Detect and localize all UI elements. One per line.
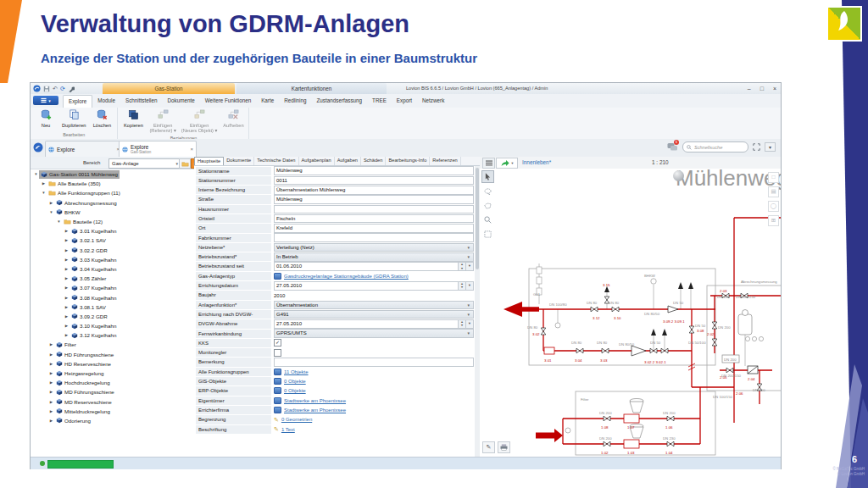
tree-item-3.10-kugelhahn[interactable]: ▶3.10 Kugelhahn — [31, 321, 194, 330]
panel-tab-explore-gas-station[interactable]: ExploreGas-Station × — [119, 141, 197, 157]
tree-item-md-reserveschiene[interactable]: ▶MD Reserveschiene — [31, 397, 194, 407]
expander-icon[interactable]: ▼ — [33, 172, 39, 176]
object-link[interactable]: 0 Objekte — [284, 379, 306, 384]
context-tab-kartenfunktionen[interactable]: Kartenfunktionen — [236, 83, 387, 94]
tree-item-gas-station-0011-mühlenweg[interactable]: ▼Gas-Station 0011 Mühlenweg — [31, 169, 194, 179]
date-input[interactable]: 27.05.2010 — [274, 319, 459, 329]
tree-item-hd-führungsschiene[interactable]: ▶HD Führungsschiene — [31, 350, 194, 359]
close-button[interactable]: × — [773, 86, 776, 92]
object-link[interactable]: Stadtwerke am Phoenixsee — [284, 398, 346, 403]
tree-item-filter[interactable]: ▶Filter — [31, 340, 194, 349]
expander-icon[interactable]: ▶ — [64, 286, 70, 290]
expander-icon[interactable]: ▶ — [64, 276, 70, 280]
text-input[interactable] — [274, 358, 474, 367]
löschen-button[interactable]: Löschen — [89, 108, 114, 129]
wrench-icon[interactable] — [68, 86, 75, 92]
ribbon-tab-export[interactable]: Export — [392, 95, 417, 108]
tree-item-abrechnungsmessung[interactable]: ▶Abrechnungsmessung — [31, 198, 194, 208]
form-tab-technische-daten[interactable]: Technische Daten — [254, 157, 298, 165]
form-tab-schäden[interactable]: Schäden — [361, 157, 386, 165]
expander-icon[interactable]: ▼ — [41, 191, 47, 195]
form-tab-aufgabenplan[interactable]: Aufgabenplan — [299, 157, 335, 165]
view-name-label[interactable]: Innenleben* — [522, 159, 551, 165]
edit-pencil-icon[interactable]: ✎ — [482, 441, 495, 453]
map-menu-button[interactable] — [482, 158, 495, 169]
select-input[interactable]: In Betrieb▾ — [274, 252, 474, 262]
tree-item-alle-funktionsgruppen-11-[interactable]: ▼Alle Funktionsgruppen (11) — [31, 188, 194, 197]
view-select-button[interactable]: ▾ — [496, 158, 518, 169]
frame-tool-icon[interactable]: □ — [768, 172, 779, 183]
text-input[interactable]: 0011 — [274, 176, 474, 186]
expander-icon[interactable]: ▶ — [48, 409, 54, 413]
neu-button[interactable]: Neu — [33, 108, 58, 129]
notifications-icon[interactable]: 1 — [667, 142, 678, 152]
application-menu-button[interactable]: ▾ — [33, 96, 58, 105]
zoom-extent-tool[interactable] — [481, 228, 494, 241]
checkbox[interactable] — [274, 349, 281, 357]
expander-icon[interactable]: ▶ — [48, 362, 54, 366]
sphere-icon[interactable] — [673, 170, 684, 181]
expander-icon[interactable]: ▶ — [64, 333, 70, 337]
tree-item-3.08-kugelhahn[interactable]: ▶3.08 Kugelhahn — [31, 292, 194, 302]
date-dropdown[interactable]: ▾ — [466, 281, 474, 291]
tree-item-3.05-zähler[interactable]: ▶3.05 Zähler — [31, 274, 194, 283]
select-cursor-tool[interactable] — [481, 170, 494, 183]
object-link[interactable]: Gasdruckregelanlage Stationsgebäude (GDR… — [284, 274, 409, 279]
date-dropdown[interactable]: ▾ — [466, 319, 474, 329]
maximize-button[interactable]: □ — [760, 86, 764, 92]
expander-icon[interactable]: ▶ — [48, 400, 54, 404]
form-tab-dokumente[interactable]: Dokumente — [224, 157, 254, 165]
form-tab-bearbeitungs-info[interactable]: Bearbeitungs-Info — [386, 157, 430, 165]
layout-dropdown-button[interactable]: ▾ — [765, 142, 776, 152]
tree-item-3.08.1-sav[interactable]: ▶3.08.1 SAV — [31, 302, 194, 312]
fullscreen-icon[interactable] — [753, 143, 760, 151]
refresh-icon[interactable]: ⟳ — [60, 84, 65, 93]
folder-yellow-button[interactable] — [179, 158, 191, 169]
text-input[interactable] — [274, 205, 474, 214]
text-input[interactable]: Mühlenweg — [274, 195, 474, 204]
form-tab-referenzen[interactable]: Referenzen — [430, 157, 460, 165]
context-tab-gas-station[interactable]: Gas-Station — [103, 83, 235, 94]
tree-item-3.01-kugelhahn[interactable]: ▶3.01 Kugelhahn — [31, 226, 194, 236]
object-link[interactable]: Stadtwerke am Phoenixsee — [284, 408, 346, 413]
kopieren-button[interactable]: Kopieren — [120, 108, 146, 129]
expander-icon[interactable]: ▶ — [48, 201, 54, 205]
close-icon[interactable]: × — [190, 147, 193, 152]
ribbon-tab-tree[interactable]: TREE — [367, 95, 392, 108]
object-link[interactable]: 11 Objekte — [284, 369, 309, 374]
ribbon-tab-dokumente[interactable]: Dokumente — [162, 95, 199, 108]
tree-item-3.03-kugelhahn[interactable]: ▶3.03 Kugelhahn — [31, 255, 194, 264]
ribbon-tab-schnittstellen[interactable]: Schnittstellen — [120, 95, 162, 108]
expander-icon[interactable]: ▶ — [64, 305, 70, 309]
tree-item-bhkw[interactable]: ▼BHKW — [31, 208, 194, 217]
tree-item-3.09.2-gdr[interactable]: ▶3.09.2 GDR — [31, 312, 194, 321]
tree-item-3.07-kugelhahn[interactable]: ▶3.07 Kugelhahn — [31, 283, 194, 292]
expander-icon[interactable]: ▶ — [48, 390, 54, 394]
expander-icon[interactable]: ▶ — [48, 380, 54, 385]
bereich-select[interactable]: Gas-Anlage▾ — [108, 158, 181, 169]
date-spinner[interactable]: ▲▼ — [459, 262, 466, 271]
lasso-tool[interactable] — [481, 185, 494, 197]
date-dropdown[interactable]: ▾ — [466, 262, 474, 271]
expander-icon[interactable]: ▶ — [64, 258, 70, 262]
expander-icon[interactable]: ▼ — [56, 219, 62, 224]
geometry-link[interactable]: 1 Text — [281, 427, 295, 432]
expander-icon[interactable]: ▶ — [64, 238, 70, 242]
ribbon-tab-karte[interactable]: Karte — [256, 95, 279, 108]
expander-icon[interactable]: ▶ — [64, 229, 70, 233]
print-icon[interactable] — [498, 441, 510, 453]
grid-tool-icon[interactable]: ⊞ — [768, 215, 779, 226]
text-input[interactable]: Übernahmestation Mühlenweg — [274, 186, 474, 195]
minimize-button[interactable]: – — [748, 86, 751, 92]
tree-item-3.02.1-sav[interactable]: ▶3.02.1 SAV — [31, 236, 194, 245]
expander-icon[interactable]: ▶ — [48, 352, 54, 357]
text-input[interactable]: Krefeld — [274, 224, 474, 233]
expander-icon[interactable]: ▶ — [64, 248, 70, 252]
schnellsuche-input[interactable]: Schnellsuche — [682, 141, 748, 152]
expander-icon[interactable]: ▶ — [48, 371, 54, 375]
tree-item-bauteile-12-[interactable]: ▼Bauteile (12) — [31, 217, 194, 226]
date-input[interactable]: 27.05.2010 — [274, 281, 459, 291]
ribbon-tab-module[interactable]: Module — [92, 95, 120, 108]
globe-tool-icon[interactable]: ◯ — [768, 201, 779, 212]
tree-item-hochdruckregelung[interactable]: ▶Hochdruckregelung — [31, 378, 194, 387]
